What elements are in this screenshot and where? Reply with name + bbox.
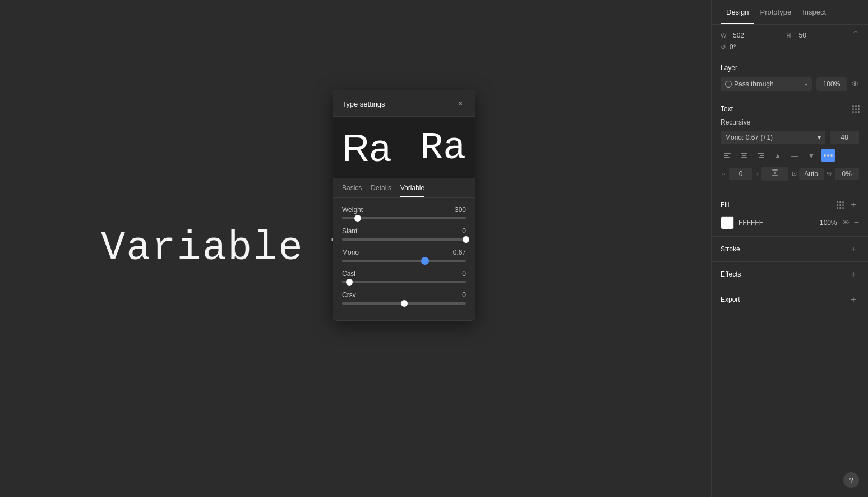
rotation-icon: ↺ xyxy=(721,43,726,51)
export-title: Export xyxy=(721,296,740,303)
tab-design[interactable]: Design xyxy=(721,0,754,24)
fill-opacity-value[interactable]: 100% xyxy=(812,219,837,227)
font-name[interactable]: Recursive xyxy=(721,118,859,126)
stroke-title: Stroke xyxy=(721,245,740,253)
remove-fill-icon[interactable]: − xyxy=(854,218,859,228)
canvas: Variable fonts Type settings × Ra Ra Bas… xyxy=(0,0,711,497)
text-align-left-icon[interactable] xyxy=(721,149,734,162)
slant-thumb[interactable] xyxy=(463,236,469,243)
svg-rect-0 xyxy=(724,153,731,154)
visibility-icon[interactable]: 👁 xyxy=(851,80,859,89)
rotation-value[interactable]: 0° xyxy=(730,43,736,51)
mono-label: Mono xyxy=(342,248,359,256)
height-label: H xyxy=(787,32,795,39)
dimension-section: W 502 H 50 ⌒ ↺ 0° xyxy=(712,25,868,57)
casl-track xyxy=(342,281,466,283)
tab-inspect[interactable]: Inspect xyxy=(797,0,832,24)
weight-slider-row: Weight 300 xyxy=(342,206,466,219)
text-options-icon[interactable] xyxy=(852,105,859,112)
modal-tabs: Basics Details Variable xyxy=(333,178,475,198)
text-align-middle-icon[interactable]: — xyxy=(788,149,801,162)
layer-title: Layer xyxy=(721,64,737,72)
panel-tabs: Design Prototype Inspect xyxy=(712,0,868,25)
auto-value[interactable]: Auto xyxy=(799,168,824,180)
weight-fill xyxy=(342,217,354,219)
weight-thumb[interactable] xyxy=(354,215,361,222)
percent-icon: % xyxy=(827,171,833,177)
svg-rect-5 xyxy=(741,157,747,158)
preview-text-left: Ra xyxy=(342,126,391,169)
casl-slider-row: Casl 0 xyxy=(342,270,466,283)
add-fill-icon[interactable]: + xyxy=(848,199,859,210)
chevron-down-icon: ▾ xyxy=(805,81,807,88)
constraint-icon[interactable]: ⌒ xyxy=(852,30,859,40)
percent-value[interactable]: 0% xyxy=(835,168,859,180)
mono-value: 0.67 xyxy=(453,248,466,256)
add-export-icon[interactable]: + xyxy=(848,294,859,305)
mono-slider-row: Mono 0.67 xyxy=(342,248,466,262)
resize-icon: ⊡ xyxy=(792,170,797,177)
text-align-right-icon[interactable] xyxy=(754,149,768,162)
svg-rect-6 xyxy=(758,153,764,154)
letter-spacing-value[interactable]: 0 xyxy=(729,168,752,180)
effects-section: Effects + xyxy=(712,262,868,287)
font-style-select[interactable]: Mono: 0.67 (+1) ▾ xyxy=(721,131,825,144)
weight-label: Weight xyxy=(342,206,363,214)
help-button[interactable]: ? xyxy=(843,472,859,488)
fill-visibility-icon[interactable]: 👁 xyxy=(842,218,849,227)
mono-fill xyxy=(342,260,425,262)
text-align-center-icon[interactable] xyxy=(737,149,751,162)
type-settings-modal: Type settings × Ra Ra Basics Details Var… xyxy=(333,90,475,321)
casl-thumb[interactable] xyxy=(346,279,353,286)
modal-preview: Ra Ra xyxy=(333,117,475,178)
close-icon[interactable]: × xyxy=(455,98,466,109)
blend-mode-icon xyxy=(725,81,732,88)
text-align-bottom-icon[interactable]: ▼ xyxy=(805,149,818,162)
text-align-top-icon[interactable]: ▲ xyxy=(771,149,784,162)
fill-section: Fill + FFFFFF 100% 👁 − xyxy=(712,192,868,237)
text-section: Text Recursive Mono: 0.67 (+1) ▾ 48 xyxy=(712,98,868,192)
tab-details[interactable]: Details xyxy=(371,184,391,197)
font-style-chevron: ▾ xyxy=(818,134,821,141)
letter-spacing-icon: ↔ xyxy=(721,171,727,177)
casl-fill xyxy=(342,281,346,283)
opacity-value[interactable]: 100% xyxy=(816,77,847,91)
text-spacing-row: ↔ 0 ↕ ⊡ Auto % 0% xyxy=(721,167,859,181)
fill-hex-value[interactable]: FFFFFF xyxy=(738,219,808,227)
add-effect-icon[interactable]: + xyxy=(848,269,859,280)
crsv-thumb[interactable] xyxy=(401,300,408,307)
modal-title: Type settings xyxy=(342,100,385,108)
fill-title: Fill xyxy=(721,201,729,209)
height-value[interactable]: 50 xyxy=(799,31,848,39)
export-section: Export + xyxy=(712,287,868,312)
preview-text-right: Ra xyxy=(420,126,466,169)
mono-thumb[interactable] xyxy=(421,257,429,265)
text-more-icon[interactable] xyxy=(821,149,835,162)
width-value[interactable]: 502 xyxy=(733,31,782,39)
width-label: W xyxy=(721,32,728,39)
crsv-slider-row: Crsv 0 xyxy=(342,291,466,305)
fill-row: FFFFFF 100% 👁 − xyxy=(721,216,859,229)
add-stroke-icon[interactable]: + xyxy=(848,243,859,255)
tab-prototype[interactable]: Prototype xyxy=(754,0,797,24)
svg-rect-4 xyxy=(742,155,746,156)
mono-track xyxy=(342,260,466,262)
svg-rect-10 xyxy=(772,175,778,176)
layer-section: Layer Pass through ▾ 100% 👁 xyxy=(712,57,868,98)
crsv-track xyxy=(342,302,466,305)
slant-track xyxy=(342,238,466,241)
fill-color-swatch[interactable] xyxy=(721,216,734,229)
slant-label: Slant xyxy=(342,227,357,235)
tab-basics[interactable]: Basics xyxy=(342,184,362,197)
tab-variable[interactable]: Variable xyxy=(400,184,424,197)
blend-mode-selector[interactable]: Pass through ▾ xyxy=(721,77,812,91)
fill-layout-icon[interactable] xyxy=(837,201,843,208)
font-style-label: Mono: 0.67 (+1) xyxy=(725,134,773,141)
svg-rect-8 xyxy=(759,157,764,158)
slant-fill xyxy=(342,238,466,241)
svg-rect-11 xyxy=(774,172,776,174)
slant-slider-row: Slant 0 xyxy=(342,227,466,241)
right-panel: Design Prototype Inspect W 502 H 50 ⌒ ↺ … xyxy=(711,0,868,497)
crsv-value: 0 xyxy=(462,291,466,299)
font-size[interactable]: 48 xyxy=(830,131,859,144)
